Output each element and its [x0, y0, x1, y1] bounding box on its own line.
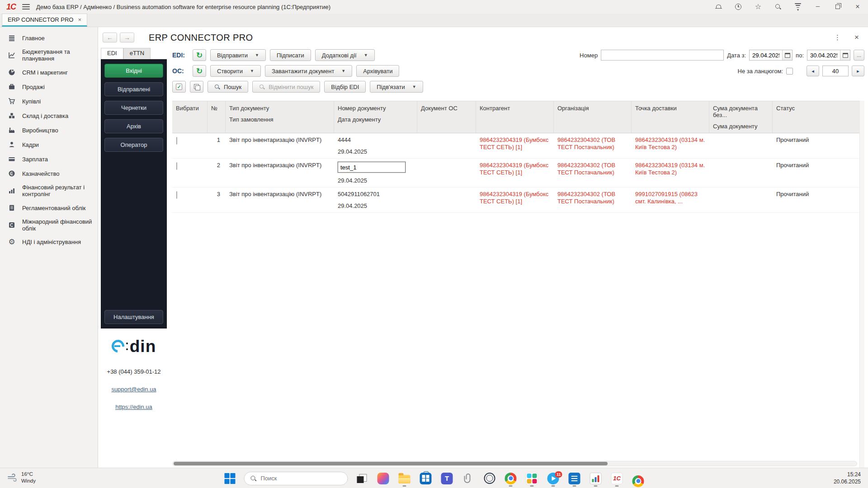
taskbar-search[interactable]: [244, 472, 348, 485]
sidebar-item-hr[interactable]: Кадри: [0, 137, 98, 152]
paperclip-app-button[interactable]: [461, 469, 476, 488]
favorites-star-icon[interactable]: ☆: [754, 3, 762, 11]
sidebar-item-regulated[interactable]: Регламентований облік: [0, 201, 98, 215]
table-row[interactable]: 1 Звіт про інвентаризацію (INVRPT) 44442…: [172, 133, 864, 159]
col-header-sum[interactable]: Сума документа без...Сума документу: [709, 101, 773, 133]
copy-button[interactable]: [190, 81, 203, 93]
scrollbar-track[interactable]: [172, 461, 857, 466]
back-button[interactable]: ←: [103, 33, 117, 42]
scrollbar-thumb[interactable]: [174, 462, 608, 465]
sidebar-item-budgeting[interactable]: Бюджетування та планування: [0, 45, 98, 65]
nav-inbox-button[interactable]: Вхідні: [104, 64, 163, 78]
col-header-doc-type[interactable]: Тип документуТип замовлення: [226, 101, 334, 133]
edi-filter-button[interactable]: Відбір EDI: [324, 81, 366, 93]
sidebar-item-sales[interactable]: Продажі: [0, 80, 98, 94]
chevron-down-icon[interactable]: ▼: [360, 53, 368, 57]
sidebar-item-finresult[interactable]: Фінансовий результат і контролінг: [0, 181, 98, 201]
document-app-button[interactable]: [567, 469, 582, 488]
col-header-counterparty[interactable]: Контрагент: [476, 101, 554, 133]
sidebar-item-admin[interactable]: ⚙ НДІ і адміністрування: [0, 235, 98, 249]
nav-drafts-button[interactable]: Чернетки: [104, 101, 163, 115]
more-menu-kebab-icon[interactable]: ⋮: [834, 33, 841, 42]
nav-sent-button[interactable]: Відправлені: [104, 82, 163, 96]
history-icon[interactable]: [734, 3, 742, 11]
number-filter-input[interactable]: [601, 50, 724, 61]
telegram-button[interactable]: 11: [546, 469, 561, 488]
send-button[interactable]: Відправити▼: [210, 49, 266, 61]
settings-button[interactable]: Налаштування: [104, 310, 163, 324]
chevron-down-icon[interactable]: ▼: [251, 53, 259, 57]
row-checkbox[interactable]: [176, 191, 177, 199]
prev-page-button[interactable]: ◂: [807, 66, 819, 76]
sidebar-item-warehouse[interactable]: Склад і доставка: [0, 108, 98, 123]
vertical-scrollbar[interactable]: [859, 101, 864, 468]
edi-refresh-button[interactable]: ↻: [193, 49, 206, 61]
search-button[interactable]: Пошук: [208, 81, 248, 93]
taskbar-search-input[interactable]: [261, 475, 333, 482]
chart-app-button[interactable]: [589, 469, 603, 488]
teams-button[interactable]: T: [440, 469, 454, 488]
doc-number-input[interactable]: [338, 162, 406, 173]
horizontal-scrollbar[interactable]: ▸: [172, 460, 864, 467]
weather-widget[interactable]: 16°C Windy: [7, 471, 36, 484]
tab-close-icon[interactable]: ×: [78, 16, 81, 23]
all-functions-filter-icon[interactable]: ▾: [794, 3, 802, 11]
main-menu-icon[interactable]: [22, 4, 30, 9]
chevron-down-icon[interactable]: ▼: [409, 84, 416, 89]
copilot-button[interactable]: [376, 469, 391, 488]
col-header-delivery-point[interactable]: Точка доставки: [632, 101, 709, 133]
start-button[interactable]: [223, 469, 237, 488]
sidebar-item-production[interactable]: Виробництво: [0, 123, 98, 137]
tab-ettn[interactable]: eTTN: [123, 48, 151, 59]
tab-edi[interactable]: EDI: [101, 48, 123, 59]
taskbar-clock[interactable]: 15:24 20.06.2025: [834, 471, 861, 485]
cancel-search-button[interactable]: Відмінити пошук: [252, 81, 320, 93]
col-header-doc-number[interactable]: Номер документуДата документу: [334, 101, 417, 133]
minimize-button[interactable]: –: [814, 1, 822, 9]
col-header-select[interactable]: Вибрати: [172, 101, 208, 133]
extra-actions-button[interactable]: Додаткові дії▼: [315, 49, 375, 61]
date-to-input[interactable]: [807, 50, 840, 60]
sidebar-item-ifrs[interactable]: Міжнародний фінансовий облік: [0, 215, 98, 235]
next-page-button[interactable]: ▸: [852, 66, 864, 76]
sidebar-item-purchases[interactable]: Купівлі: [0, 94, 98, 108]
calendar-icon[interactable]: [782, 50, 792, 60]
chrome-button[interactable]: [504, 469, 518, 488]
microsoft-store-button[interactable]: [419, 469, 433, 488]
nav-operator-button[interactable]: Оператор: [104, 138, 163, 152]
link-button[interactable]: Підв'язати▼: [370, 81, 423, 93]
onec-app-button[interactable]: 1С: [610, 469, 624, 488]
slack-button[interactable]: [525, 469, 539, 488]
not-chain-checkbox[interactable]: [786, 68, 793, 75]
create-button[interactable]: Створити▼: [210, 65, 261, 77]
table-row[interactable]: 3 Звіт про інвентаризацію (INVRPT) 50429…: [172, 188, 864, 213]
set-marks-button[interactable]: ✓: [172, 81, 186, 93]
sidebar-item-treasury[interactable]: Казначейство: [0, 166, 98, 181]
sidebar-item-salary[interactable]: Зарплата: [0, 152, 98, 166]
table-row[interactable]: 2 Звіт про інвентаризацію (INVRPT) 29.04…: [172, 159, 864, 188]
calendar-icon[interactable]: [840, 50, 850, 60]
support-email-link[interactable]: support@edin.ua: [102, 386, 166, 393]
search-icon[interactable]: [774, 3, 782, 11]
chrome-secondary-button[interactable]: [631, 469, 646, 488]
archive-button[interactable]: Архівувати: [356, 65, 399, 77]
restore-button[interactable]: [834, 3, 842, 11]
col-header-organization[interactable]: Організація: [554, 101, 632, 133]
col-header-num[interactable]: №: [208, 101, 226, 133]
support-site-link[interactable]: https://edin.ua: [102, 404, 166, 410]
nav-archive-button[interactable]: Архів: [104, 119, 163, 133]
sign-button[interactable]: Підписати: [270, 49, 311, 61]
tab-erp-connector-pro[interactable]: ERP CONNECTOR PRO ×: [2, 14, 87, 27]
col-header-status[interactable]: Статус: [773, 101, 864, 133]
row-checkbox[interactable]: [176, 162, 177, 170]
load-document-button[interactable]: Завантажити документ▼: [265, 65, 352, 77]
globe-app-button[interactable]: [482, 469, 497, 488]
date-from-input[interactable]: [750, 50, 782, 60]
more-filters-button[interactable]: ...: [854, 50, 864, 61]
col-header-doc-oc[interactable]: Документ ОС: [417, 101, 476, 133]
sidebar-item-main[interactable]: Главное: [0, 31, 98, 45]
file-explorer-button[interactable]: [397, 469, 412, 488]
close-button[interactable]: ×: [854, 3, 862, 11]
sidebar-item-crm[interactable]: CRM і маркетинг: [0, 65, 98, 80]
row-checkbox[interactable]: [176, 137, 177, 145]
